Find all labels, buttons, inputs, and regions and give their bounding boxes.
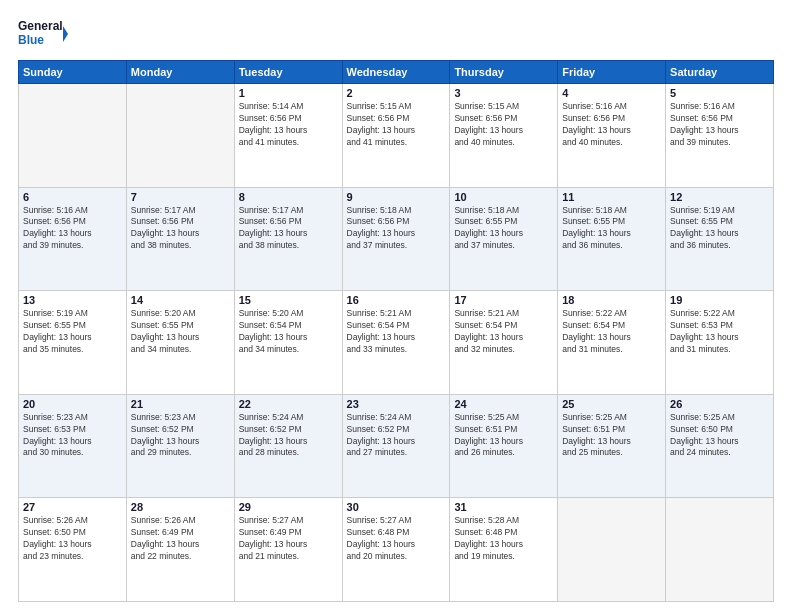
- day-header-sunday: Sunday: [19, 61, 127, 84]
- day-info: Sunrise: 5:15 AM Sunset: 6:56 PM Dayligh…: [454, 101, 553, 149]
- day-header-thursday: Thursday: [450, 61, 558, 84]
- svg-text:General: General: [18, 19, 63, 33]
- day-number: 23: [347, 398, 446, 410]
- calendar-cell: 20Sunrise: 5:23 AM Sunset: 6:53 PM Dayli…: [19, 394, 127, 498]
- day-number: 4: [562, 87, 661, 99]
- day-number: 16: [347, 294, 446, 306]
- day-info: Sunrise: 5:22 AM Sunset: 6:53 PM Dayligh…: [670, 308, 769, 356]
- day-info: Sunrise: 5:19 AM Sunset: 6:55 PM Dayligh…: [670, 205, 769, 253]
- day-info: Sunrise: 5:24 AM Sunset: 6:52 PM Dayligh…: [347, 412, 446, 460]
- calendar-cell: [19, 84, 127, 188]
- calendar-cell: 16Sunrise: 5:21 AM Sunset: 6:54 PM Dayli…: [342, 291, 450, 395]
- day-number: 29: [239, 501, 338, 513]
- calendar-cell: 6Sunrise: 5:16 AM Sunset: 6:56 PM Daylig…: [19, 187, 127, 291]
- calendar-cell: 3Sunrise: 5:15 AM Sunset: 6:56 PM Daylig…: [450, 84, 558, 188]
- day-info: Sunrise: 5:23 AM Sunset: 6:52 PM Dayligh…: [131, 412, 230, 460]
- calendar-cell: 24Sunrise: 5:25 AM Sunset: 6:51 PM Dayli…: [450, 394, 558, 498]
- page-header: General Blue: [18, 16, 774, 52]
- day-info: Sunrise: 5:19 AM Sunset: 6:55 PM Dayligh…: [23, 308, 122, 356]
- calendar-cell: 18Sunrise: 5:22 AM Sunset: 6:54 PM Dayli…: [558, 291, 666, 395]
- day-info: Sunrise: 5:21 AM Sunset: 6:54 PM Dayligh…: [454, 308, 553, 356]
- calendar-cell: [126, 84, 234, 188]
- calendar-cell: 4Sunrise: 5:16 AM Sunset: 6:56 PM Daylig…: [558, 84, 666, 188]
- calendar-cell: 30Sunrise: 5:27 AM Sunset: 6:48 PM Dayli…: [342, 498, 450, 602]
- day-info: Sunrise: 5:25 AM Sunset: 6:50 PM Dayligh…: [670, 412, 769, 460]
- calendar-cell: 14Sunrise: 5:20 AM Sunset: 6:55 PM Dayli…: [126, 291, 234, 395]
- day-info: Sunrise: 5:17 AM Sunset: 6:56 PM Dayligh…: [239, 205, 338, 253]
- calendar-header-row: SundayMondayTuesdayWednesdayThursdayFrid…: [19, 61, 774, 84]
- day-number: 30: [347, 501, 446, 513]
- day-number: 25: [562, 398, 661, 410]
- day-number: 2: [347, 87, 446, 99]
- calendar-cell: 31Sunrise: 5:28 AM Sunset: 6:48 PM Dayli…: [450, 498, 558, 602]
- day-number: 7: [131, 191, 230, 203]
- day-info: Sunrise: 5:27 AM Sunset: 6:48 PM Dayligh…: [347, 515, 446, 563]
- logo-icon: General Blue: [18, 16, 68, 52]
- day-info: Sunrise: 5:27 AM Sunset: 6:49 PM Dayligh…: [239, 515, 338, 563]
- day-number: 8: [239, 191, 338, 203]
- day-number: 31: [454, 501, 553, 513]
- day-info: Sunrise: 5:14 AM Sunset: 6:56 PM Dayligh…: [239, 101, 338, 149]
- day-info: Sunrise: 5:24 AM Sunset: 6:52 PM Dayligh…: [239, 412, 338, 460]
- day-number: 10: [454, 191, 553, 203]
- day-info: Sunrise: 5:28 AM Sunset: 6:48 PM Dayligh…: [454, 515, 553, 563]
- day-number: 13: [23, 294, 122, 306]
- calendar-cell: 22Sunrise: 5:24 AM Sunset: 6:52 PM Dayli…: [234, 394, 342, 498]
- day-info: Sunrise: 5:18 AM Sunset: 6:56 PM Dayligh…: [347, 205, 446, 253]
- calendar-cell: 28Sunrise: 5:26 AM Sunset: 6:49 PM Dayli…: [126, 498, 234, 602]
- day-number: 11: [562, 191, 661, 203]
- day-number: 20: [23, 398, 122, 410]
- day-header-friday: Friday: [558, 61, 666, 84]
- day-header-tuesday: Tuesday: [234, 61, 342, 84]
- calendar-cell: 26Sunrise: 5:25 AM Sunset: 6:50 PM Dayli…: [666, 394, 774, 498]
- day-number: 28: [131, 501, 230, 513]
- day-number: 26: [670, 398, 769, 410]
- calendar-cell: [558, 498, 666, 602]
- day-number: 18: [562, 294, 661, 306]
- day-header-monday: Monday: [126, 61, 234, 84]
- calendar-cell: 8Sunrise: 5:17 AM Sunset: 6:56 PM Daylig…: [234, 187, 342, 291]
- day-number: 21: [131, 398, 230, 410]
- day-number: 12: [670, 191, 769, 203]
- calendar-cell: 23Sunrise: 5:24 AM Sunset: 6:52 PM Dayli…: [342, 394, 450, 498]
- day-header-saturday: Saturday: [666, 61, 774, 84]
- calendar-cell: 25Sunrise: 5:25 AM Sunset: 6:51 PM Dayli…: [558, 394, 666, 498]
- calendar-cell: 9Sunrise: 5:18 AM Sunset: 6:56 PM Daylig…: [342, 187, 450, 291]
- calendar-cell: 15Sunrise: 5:20 AM Sunset: 6:54 PM Dayli…: [234, 291, 342, 395]
- day-number: 17: [454, 294, 553, 306]
- calendar-cell: 10Sunrise: 5:18 AM Sunset: 6:55 PM Dayli…: [450, 187, 558, 291]
- day-number: 3: [454, 87, 553, 99]
- svg-text:Blue: Blue: [18, 33, 44, 47]
- day-info: Sunrise: 5:21 AM Sunset: 6:54 PM Dayligh…: [347, 308, 446, 356]
- calendar-body: 1Sunrise: 5:14 AM Sunset: 6:56 PM Daylig…: [19, 84, 774, 602]
- day-info: Sunrise: 5:18 AM Sunset: 6:55 PM Dayligh…: [562, 205, 661, 253]
- calendar-cell: [666, 498, 774, 602]
- day-info: Sunrise: 5:17 AM Sunset: 6:56 PM Dayligh…: [131, 205, 230, 253]
- day-number: 24: [454, 398, 553, 410]
- day-info: Sunrise: 5:20 AM Sunset: 6:54 PM Dayligh…: [239, 308, 338, 356]
- day-info: Sunrise: 5:16 AM Sunset: 6:56 PM Dayligh…: [670, 101, 769, 149]
- calendar-cell: 12Sunrise: 5:19 AM Sunset: 6:55 PM Dayli…: [666, 187, 774, 291]
- calendar-cell: 13Sunrise: 5:19 AM Sunset: 6:55 PM Dayli…: [19, 291, 127, 395]
- day-number: 27: [23, 501, 122, 513]
- calendar-cell: 5Sunrise: 5:16 AM Sunset: 6:56 PM Daylig…: [666, 84, 774, 188]
- calendar-cell: 2Sunrise: 5:15 AM Sunset: 6:56 PM Daylig…: [342, 84, 450, 188]
- day-info: Sunrise: 5:20 AM Sunset: 6:55 PM Dayligh…: [131, 308, 230, 356]
- day-number: 19: [670, 294, 769, 306]
- day-info: Sunrise: 5:22 AM Sunset: 6:54 PM Dayligh…: [562, 308, 661, 356]
- calendar-cell: 1Sunrise: 5:14 AM Sunset: 6:56 PM Daylig…: [234, 84, 342, 188]
- day-info: Sunrise: 5:25 AM Sunset: 6:51 PM Dayligh…: [454, 412, 553, 460]
- day-number: 6: [23, 191, 122, 203]
- day-info: Sunrise: 5:26 AM Sunset: 6:49 PM Dayligh…: [131, 515, 230, 563]
- day-info: Sunrise: 5:18 AM Sunset: 6:55 PM Dayligh…: [454, 205, 553, 253]
- day-header-wednesday: Wednesday: [342, 61, 450, 84]
- day-info: Sunrise: 5:16 AM Sunset: 6:56 PM Dayligh…: [23, 205, 122, 253]
- day-number: 1: [239, 87, 338, 99]
- calendar-cell: 29Sunrise: 5:27 AM Sunset: 6:49 PM Dayli…: [234, 498, 342, 602]
- day-info: Sunrise: 5:15 AM Sunset: 6:56 PM Dayligh…: [347, 101, 446, 149]
- calendar-cell: 27Sunrise: 5:26 AM Sunset: 6:50 PM Dayli…: [19, 498, 127, 602]
- day-info: Sunrise: 5:16 AM Sunset: 6:56 PM Dayligh…: [562, 101, 661, 149]
- calendar-cell: 11Sunrise: 5:18 AM Sunset: 6:55 PM Dayli…: [558, 187, 666, 291]
- svg-marker-2: [63, 26, 68, 42]
- day-number: 9: [347, 191, 446, 203]
